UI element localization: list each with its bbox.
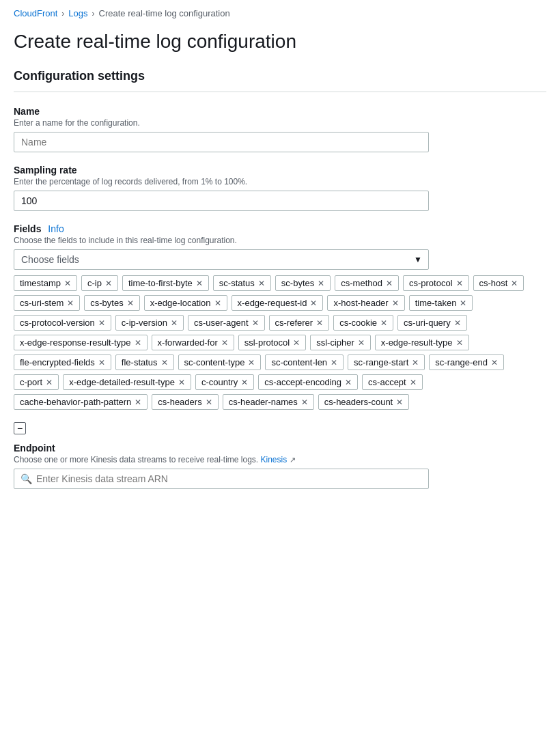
fields-tags-container: timestamp✕c-ip✕time-to-first-byte✕sc-sta… [14, 275, 546, 410]
tag-label: cs-host [479, 278, 508, 288]
kinesis-search-input[interactable] [14, 469, 429, 489]
tag-remove-button[interactable]: ✕ [105, 279, 112, 288]
tag-label: cs-accept [368, 377, 406, 387]
name-label: Name [14, 106, 546, 117]
tag-remove-button[interactable]: ✕ [127, 299, 134, 307]
list-item: cs-cookie✕ [333, 315, 393, 331]
tag-remove-button[interactable]: ✕ [396, 398, 403, 406]
list-item: x-edge-result-type✕ [375, 335, 469, 350]
tag-label: c-port [20, 377, 42, 387]
list-item: timestamp✕ [14, 275, 77, 291]
tag-remove-button[interactable]: ✕ [386, 279, 393, 288]
tag-remove-button[interactable]: ✕ [511, 279, 518, 288]
tag-remove-button[interactable]: ✕ [161, 359, 168, 367]
tag-label: x-edge-result-type [381, 337, 453, 348]
tag-label: cs-user-agent [194, 318, 248, 328]
tag-label: fle-status [122, 357, 158, 367]
tag-remove-button[interactable]: ✕ [221, 339, 228, 347]
tag-remove-button[interactable]: ✕ [171, 319, 178, 327]
tag-remove-button[interactable]: ✕ [316, 319, 323, 327]
list-item: c-ip-version✕ [115, 315, 184, 331]
tag-remove-button[interactable]: ✕ [135, 398, 141, 406]
tag-remove-button[interactable]: ✕ [214, 299, 221, 307]
tag-label: c-country [201, 377, 238, 387]
tag-remove-button[interactable]: ✕ [241, 378, 248, 387]
tag-remove-button[interactable]: ✕ [410, 378, 417, 387]
tag-remove-button[interactable]: ✕ [196, 279, 203, 288]
fields-dropdown[interactable]: Choose fields [14, 249, 429, 270]
kinesis-link[interactable]: Kinesis [261, 455, 288, 464]
list-item: cs-accept✕ [362, 374, 423, 390]
fields-info-link[interactable]: Info [48, 223, 64, 234]
tag-label: cache-behavior-path-pattern [20, 397, 131, 407]
sampling-desc: Enter the percentage of log records deli… [14, 177, 546, 186]
tag-label: x-edge-detailed-result-type [69, 377, 175, 387]
tag-remove-button[interactable]: ✕ [178, 378, 185, 387]
tag-remove-button[interactable]: ✕ [67, 299, 74, 307]
tag-remove-button[interactable]: ✕ [345, 378, 352, 387]
tag-remove-button[interactable]: ✕ [98, 359, 105, 367]
tag-label: cs-header-names [229, 397, 298, 407]
tag-label: cs-protocol-version [20, 318, 95, 328]
list-item: c-port✕ [14, 374, 59, 390]
tag-remove-button[interactable]: ✕ [456, 339, 463, 347]
breadcrumb-cloudfront[interactable]: CloudFront [14, 8, 57, 18]
tag-label: cs-referer [275, 318, 313, 328]
list-item: cs-uri-query✕ [397, 315, 467, 331]
breadcrumb-logs[interactable]: Logs [68, 8, 87, 18]
list-item: time-taken✕ [409, 295, 473, 311]
tag-remove-button[interactable]: ✕ [318, 279, 324, 288]
tag-label: cs-uri-query [404, 318, 451, 328]
external-link-icon: ↗ [290, 456, 296, 464]
list-item: ssl-protocol✕ [238, 335, 306, 350]
tag-remove-button[interactable]: ✕ [460, 299, 466, 307]
page-title: Create real-time log configuration [14, 31, 546, 53]
tag-remove-button[interactable]: ✕ [331, 359, 337, 367]
tag-remove-button[interactable]: ✕ [293, 339, 300, 347]
tag-label: sc-range-end [435, 357, 488, 367]
list-item: cs-headers-count✕ [318, 394, 409, 410]
tag-remove-button[interactable]: ✕ [456, 279, 463, 288]
name-input[interactable] [14, 132, 429, 152]
tag-remove-button[interactable]: ✕ [412, 359, 419, 367]
fields-label: Fields Info [14, 223, 546, 234]
list-item: c-country✕ [195, 374, 254, 390]
tag-label: sc-content-type [184, 357, 245, 367]
list-item: cs-headers✕ [152, 394, 218, 410]
fields-group: Fields Info Choose the fields to include… [14, 223, 546, 410]
list-item: fle-encrypted-fields✕ [14, 354, 111, 370]
tag-label: sc-content-len [271, 357, 327, 367]
tag-remove-button[interactable]: ✕ [98, 319, 105, 327]
breadcrumb-sep-2: › [92, 9, 95, 18]
tag-remove-button[interactable]: ✕ [64, 279, 71, 288]
tag-remove-button[interactable]: ✕ [46, 378, 53, 387]
tag-label: cs-method [341, 278, 382, 288]
list-item: cs-header-names✕ [223, 394, 314, 410]
tag-remove-button[interactable]: ✕ [252, 319, 259, 327]
tag-label: cs-headers-count [324, 397, 393, 407]
fields-desc: Choose the fields to include in this rea… [14, 236, 546, 245]
list-item: sc-content-type✕ [178, 354, 262, 370]
sampling-input[interactable] [14, 191, 429, 211]
tag-label: cs-headers [158, 397, 201, 407]
tag-remove-button[interactable]: ✕ [258, 279, 265, 288]
tag-remove-button[interactable]: ✕ [454, 319, 461, 327]
list-item: ssl-cipher✕ [310, 335, 371, 350]
tag-remove-button[interactable]: ✕ [392, 299, 399, 307]
tag-remove-button[interactable]: ✕ [358, 339, 365, 347]
list-item: cs-bytes✕ [84, 295, 139, 311]
tag-remove-button[interactable]: ✕ [206, 398, 212, 406]
tag-remove-button[interactable]: ✕ [248, 359, 255, 367]
tag-remove-button[interactable]: ✕ [310, 299, 317, 307]
tag-remove-button[interactable]: ✕ [491, 359, 498, 367]
tag-remove-button[interactable]: ✕ [380, 319, 387, 327]
tag-label: cs-accept-encoding [264, 377, 341, 387]
collapse-button[interactable]: − [14, 422, 26, 434]
list-item: x-forwarded-for✕ [152, 335, 234, 350]
list-item: cs-protocol✕ [403, 275, 469, 291]
list-item: x-edge-location✕ [144, 295, 227, 311]
tag-remove-button[interactable]: ✕ [135, 339, 141, 347]
tag-remove-button[interactable]: ✕ [301, 398, 308, 406]
list-item: sc-content-len✕ [265, 354, 344, 370]
list-item: x-edge-request-id✕ [232, 295, 324, 311]
